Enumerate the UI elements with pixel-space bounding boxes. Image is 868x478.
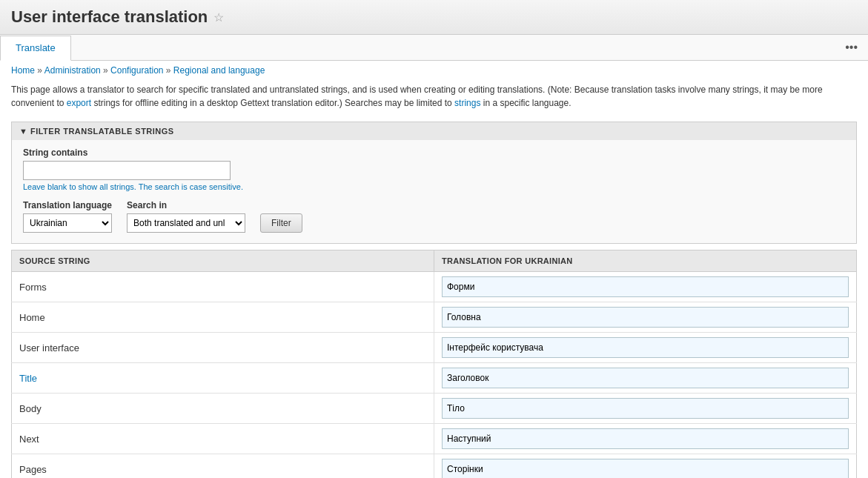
textarea-wrapper [442, 398, 849, 419]
star-icon[interactable]: ☆ [213, 10, 224, 24]
page-header: User interface translation ☆ [0, 0, 868, 35]
translation-cell [434, 333, 857, 363]
col-source-string: SOURCE STRING [12, 250, 434, 272]
source-text[interactable]: Title [19, 373, 37, 384]
table-row: User interface [12, 333, 857, 363]
table-row: Next [12, 424, 857, 454]
page-description: This page allows a translator to search … [0, 80, 868, 116]
translation-language-select[interactable]: Ukrainian English German French [23, 213, 112, 233]
filter-button[interactable]: Filter [260, 213, 302, 233]
source-text: User interface [19, 342, 79, 353]
translation-cell [434, 424, 857, 454]
table-row: Pages [12, 454, 857, 479]
filter-header[interactable]: ▼ FILTER TRANSLATABLE STRINGS [12, 122, 856, 140]
source-cell: Pages [12, 454, 434, 479]
col-translation: TRANSLATION FOR UKRAINIAN [434, 250, 857, 272]
translation-input[interactable] [442, 398, 849, 419]
translation-input[interactable] [442, 368, 849, 388]
translation-cell [434, 394, 857, 424]
translation-cell [434, 454, 857, 479]
translation-input[interactable] [442, 337, 849, 358]
table-row: Home [12, 302, 857, 333]
translation-cell [434, 363, 857, 394]
translation-cell [434, 302, 857, 333]
textarea-wrapper [442, 368, 849, 388]
translation-table: SOURCE STRING TRANSLATION FOR UKRAINIAN … [11, 250, 857, 478]
translation-input[interactable] [442, 459, 849, 478]
filter-section: ▼ FILTER TRANSLATABLE STRINGS String con… [11, 122, 857, 244]
textarea-wrapper [442, 459, 849, 478]
filter-row: Translation language Ukrainian English G… [23, 200, 845, 233]
source-text: Body [19, 403, 42, 414]
source-cell: Forms [12, 272, 434, 302]
tab-more-button[interactable]: ••• [835, 35, 868, 60]
table-row: Body [12, 394, 857, 424]
textarea-wrapper [442, 428, 849, 449]
source-cell: Title [12, 363, 434, 394]
translation-cell [434, 272, 857, 302]
textarea-wrapper [442, 337, 849, 358]
source-text: Pages [19, 464, 47, 475]
source-cell: Home [12, 302, 434, 333]
string-contains-label: String contains [23, 147, 845, 158]
textarea-wrapper [442, 276, 849, 297]
source-text: Home [19, 312, 45, 323]
search-in-select[interactable]: Both translated and unl Only translated … [127, 213, 245, 233]
translation-input[interactable] [442, 276, 849, 297]
string-contains-input[interactable] [23, 161, 231, 180]
tabs-bar: Translate ••• [0, 35, 868, 61]
page-title: User interface translation [11, 7, 208, 27]
source-cell: User interface [12, 333, 434, 363]
breadcrumb-home[interactable]: Home [11, 65, 35, 76]
export-link[interactable]: export [67, 98, 91, 108]
translation-language-label: Translation language [23, 200, 112, 210]
search-in-label: Search in [127, 200, 245, 210]
table-header-row: SOURCE STRING TRANSLATION FOR UKRAINIAN [12, 250, 857, 272]
breadcrumb-regional[interactable]: Regional and language [173, 65, 265, 76]
source-text: Next [19, 434, 39, 445]
breadcrumb-configuration[interactable]: Configuration [110, 65, 163, 76]
table-row: Title [12, 363, 857, 394]
translation-input[interactable] [442, 428, 849, 449]
translation-language-group: Translation language Ukrainian English G… [23, 200, 112, 233]
translation-input[interactable] [442, 307, 849, 328]
strings-link[interactable]: strings [454, 98, 480, 108]
tab-translate[interactable]: Translate [0, 36, 71, 61]
filter-hint: Leave blank to show all strings. The sea… [23, 182, 845, 191]
breadcrumb-administration[interactable]: Administration [44, 65, 101, 76]
search-in-group: Search in Both translated and unl Only t… [127, 200, 245, 233]
textarea-wrapper [442, 307, 849, 328]
filter-body: String contains Leave blank to show all … [12, 140, 856, 243]
source-cell: Body [12, 394, 434, 424]
source-text: Forms [19, 282, 47, 293]
breadcrumb: Home » Administration » Configuration » … [0, 61, 868, 80]
source-cell: Next [12, 424, 434, 454]
table-row: Forms [12, 272, 857, 302]
